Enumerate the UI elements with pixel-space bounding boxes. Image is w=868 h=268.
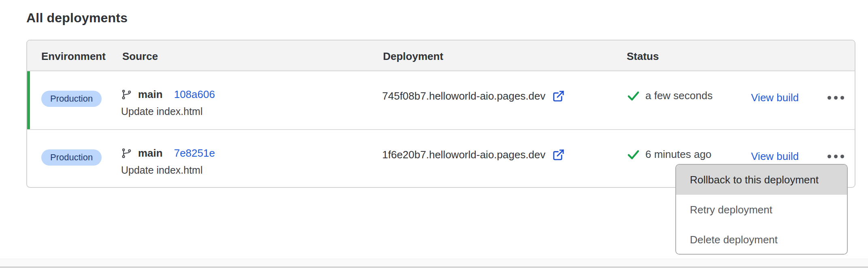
- page-bottom-divider: [0, 259, 868, 268]
- branch-name: main: [138, 88, 163, 101]
- ellipsis-icon: [828, 155, 831, 158]
- environment-badge: Production: [41, 149, 102, 166]
- environment-badge: Production: [41, 91, 102, 107]
- environment-cell: Production: [41, 91, 102, 107]
- table-row: Production main 108a606 Update index.htm…: [27, 71, 855, 129]
- commit-message: Update index.html: [121, 164, 215, 176]
- git-branch-icon: [121, 89, 132, 100]
- menu-item-rollback[interactable]: Rollback to this deployment: [676, 165, 847, 195]
- ellipsis-icon: [828, 96, 831, 100]
- external-link-icon[interactable]: [552, 90, 565, 102]
- current-deployment-indicator: [27, 71, 30, 129]
- status-time: a few seconds: [645, 89, 713, 102]
- status-cell: 6 minutes ago: [627, 148, 711, 161]
- view-build-link[interactable]: View build: [751, 91, 799, 104]
- check-icon: [627, 148, 640, 161]
- commit-link[interactable]: 7e8251e: [174, 147, 215, 160]
- row-actions-menu: Rollback to this deployment Retry deploy…: [675, 164, 848, 255]
- deployment-url: 745f08b7.helloworld-aio.pages.dev: [382, 90, 545, 102]
- environment-cell: Production: [41, 149, 102, 166]
- row-actions-button[interactable]: [820, 146, 851, 166]
- source-cell: main 7e8251e Update index.html: [121, 147, 215, 176]
- status-time: 6 minutes ago: [645, 148, 711, 161]
- git-branch-icon: [121, 148, 132, 159]
- external-link-icon[interactable]: [552, 149, 565, 161]
- deployment-cell: 745f08b7.helloworld-aio.pages.dev: [382, 90, 565, 102]
- deployment-url: 1f6e20b7.helloworld-aio.pages.dev: [382, 149, 545, 161]
- column-header-source: Source: [122, 50, 158, 63]
- status-cell: a few seconds: [627, 89, 713, 102]
- source-cell: main 108a606 Update index.html: [121, 88, 215, 117]
- commit-link[interactable]: 108a606: [174, 88, 215, 101]
- check-icon: [627, 89, 640, 102]
- page-title: All deployments: [26, 11, 128, 26]
- table-header-row: Environment Source Deployment Status: [27, 40, 855, 71]
- column-header-environment: Environment: [41, 50, 106, 63]
- menu-item-delete[interactable]: Delete deployment: [676, 225, 847, 255]
- commit-message: Update index.html: [121, 106, 215, 117]
- branch-name: main: [138, 147, 163, 160]
- column-header-deployment: Deployment: [383, 50, 443, 63]
- menu-item-retry[interactable]: Retry deployment: [676, 195, 847, 225]
- row-actions-button[interactable]: [820, 87, 851, 108]
- column-header-status: Status: [627, 50, 659, 63]
- deployment-cell: 1f6e20b7.helloworld-aio.pages.dev: [382, 149, 565, 161]
- view-build-link[interactable]: View build: [751, 150, 799, 163]
